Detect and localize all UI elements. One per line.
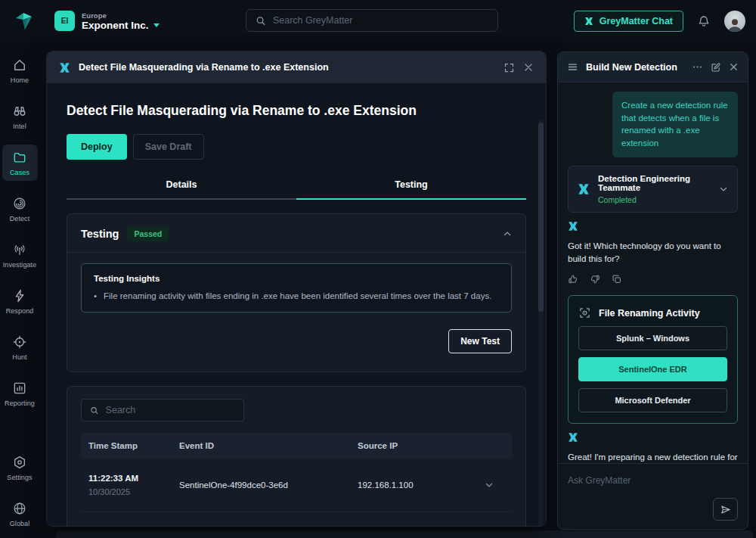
crosshair-icon: [12, 334, 27, 350]
thumbs-down-icon[interactable]: [590, 274, 600, 285]
chevron-down-icon: [719, 185, 728, 194]
global-search[interactable]: [246, 9, 498, 32]
sidebar-item-detect[interactable]: Detect: [2, 191, 38, 227]
build-detection-chat-panel: Build New Detection Create a new detecti…: [557, 51, 748, 530]
tech-option-microsoft-defender[interactable]: Microsoft Defender: [578, 388, 727, 412]
deploy-button[interactable]: Deploy: [67, 134, 127, 160]
copy-icon[interactable]: [612, 274, 622, 285]
folder-icon: [12, 150, 27, 165]
save-draft-button[interactable]: Save Draft: [133, 134, 204, 160]
event-date: 10/30/2025: [88, 487, 179, 496]
chat-panel-title: Build New Detection: [586, 62, 684, 73]
row-expand-chevron-icon[interactable]: [485, 480, 504, 490]
modal-body: Detect File Masquerading via Rename to .…: [47, 83, 546, 526]
close-icon[interactable]: [729, 62, 739, 72]
event-time: 11:22:33 AM: [88, 474, 179, 483]
table-row[interactable]: 11:22:33 AM 10/30/2025 SentinelOne-4f99d…: [81, 459, 512, 512]
assistant-avatar-spark-icon: [568, 221, 578, 232]
menu-hamburger-icon[interactable]: [567, 61, 578, 73]
ask-greymatter-input[interactable]: [568, 475, 738, 486]
tenant-name: Exponent Inc.: [82, 20, 149, 31]
more-options-icon[interactable]: [692, 61, 703, 73]
tab-testing[interactable]: Testing: [296, 179, 526, 200]
greymatter-spark-icon: [578, 183, 590, 195]
thumbs-up-icon[interactable]: [568, 274, 578, 285]
sidebar-item-reporting[interactable]: Reporting: [2, 375, 38, 412]
sidebar-item-global[interactable]: Global: [2, 496, 38, 532]
sidebar-item-intel[interactable]: Intel: [2, 98, 38, 135]
tenant-region: Europe: [82, 11, 160, 20]
binoculars-icon: [12, 104, 27, 119]
modal-title: Detect File Masquerading via Rename to .…: [79, 62, 495, 73]
greymatter-spark-icon: [584, 17, 593, 26]
chat-panel-header: Build New Detection: [558, 52, 748, 82]
assistant-message: Got it! Which technology do you want to …: [568, 240, 738, 266]
events-search[interactable]: [81, 399, 244, 421]
tenant-switcher[interactable]: EI Europe Exponent Inc.: [54, 11, 160, 31]
testing-section-card: Testing Passed Testing Insights • File r…: [67, 213, 526, 372]
global-search-input[interactable]: [273, 15, 488, 26]
gear-icon: [12, 455, 27, 470]
topbar: EI Europe Exponent Inc. GreyMatter Chat: [0, 0, 756, 42]
sidebar-item-hunt[interactable]: Hunt: [2, 329, 38, 365]
technology-picker-card: File Renaming Activity Splunk – Windows …: [568, 295, 738, 424]
search-icon: [256, 15, 266, 26]
teammate-status: Completed: [598, 195, 711, 204]
close-icon[interactable]: [523, 62, 534, 73]
new-test-button[interactable]: New Test: [448, 329, 512, 353]
column-event-id: Event ID: [179, 441, 358, 450]
send-button[interactable]: [713, 498, 738, 521]
chevron-down-icon: [153, 23, 160, 27]
message-actions: [568, 274, 738, 285]
new-chat-edit-icon[interactable]: [711, 62, 721, 73]
event-id: SentinelOne-4f99dce0-3e6d: [179, 480, 358, 490]
lightning-icon: [12, 288, 27, 303]
send-paper-plane-icon: [720, 504, 731, 515]
teammate-status-card[interactable]: Detection Engineering Teammate Completed: [568, 166, 738, 213]
table-row[interactable]: 04:36:12 PM 10/30/2025 SentinelOne-5t677…: [81, 512, 512, 526]
user-avatar[interactable]: [724, 11, 745, 32]
bullet-dot: •: [94, 290, 97, 302]
tech-option-sentinelone-edr[interactable]: SentinelOne EDR: [578, 357, 727, 381]
bar-chart-icon: [12, 381, 27, 396]
teammate-title: Detection Engineering Teammate: [598, 174, 711, 192]
modal-header: Detect File Masquerading via Rename to .…: [47, 51, 546, 83]
greymatter-spark-icon: [59, 62, 70, 73]
sidebar-nav: Home Intel Cases Detect Investigate Resp…: [0, 42, 39, 538]
events-table-header: Time Stamp Event ID Source IP: [81, 433, 512, 459]
detection-rule-modal: Detect File Masquerading via Rename to .…: [47, 51, 546, 526]
sidebar-item-home[interactable]: Home: [2, 52, 38, 89]
background-page-edge: [56, 530, 753, 538]
sidebar-item-cases[interactable]: Cases: [2, 145, 38, 181]
chat-input-area: [558, 463, 748, 529]
collapse-chevron-icon[interactable]: [503, 229, 512, 238]
notifications-bell-icon[interactable]: [697, 14, 711, 28]
testing-section-title: Testing: [81, 228, 119, 240]
modal-scrollbar-thumb[interactable]: [538, 123, 544, 312]
home-icon: [12, 58, 27, 73]
spiral-target-icon: [12, 196, 27, 211]
sidebar-item-investigate[interactable]: Investigate: [2, 237, 38, 273]
scan-gear-icon: [578, 306, 591, 319]
technology-card-title: File Renaming Activity: [599, 308, 700, 319]
tenant-badge: EI: [54, 11, 75, 31]
search-icon: [90, 406, 99, 415]
testing-insight-text: File renaming activity with files ending…: [104, 290, 491, 302]
greymatter-chat-button[interactable]: GreyMatter Chat: [574, 11, 683, 32]
chat-message-list: Create a new detection rule that detects…: [558, 82, 748, 463]
brand-logo-icon[interactable]: [11, 8, 36, 34]
user-message-bubble: Create a new detection rule that detects…: [612, 92, 738, 157]
assistant-message: Great! I'm preparing a new detection rul…: [568, 451, 738, 463]
signal-tower-icon: [12, 242, 27, 257]
sidebar-item-settings[interactable]: Settings: [2, 449, 38, 486]
sidebar-item-respond[interactable]: Respond: [2, 283, 38, 319]
globe-icon: [12, 501, 27, 516]
column-source-ip: Source IP: [358, 441, 485, 450]
tech-option-splunk-windows[interactable]: Splunk – Windows: [578, 326, 727, 350]
testing-insights-title: Testing Insights: [94, 274, 499, 283]
column-time-stamp: Time Stamp: [88, 441, 179, 450]
test-events-card: Time Stamp Event ID Source IP 11:22:33 A…: [67, 386, 526, 526]
tab-details[interactable]: Details: [67, 179, 296, 200]
events-search-input[interactable]: [106, 405, 235, 415]
expand-icon[interactable]: [503, 62, 515, 73]
